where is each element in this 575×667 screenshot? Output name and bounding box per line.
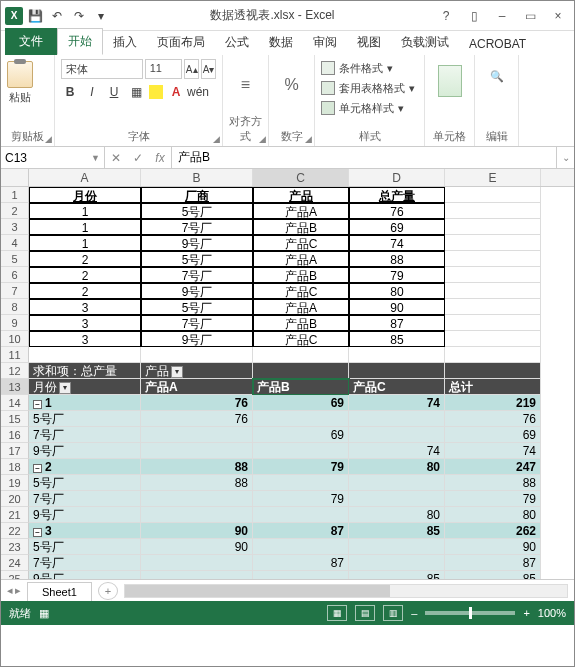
scrollbar-thumb[interactable]	[125, 585, 390, 597]
horizontal-scrollbar[interactable]	[124, 584, 568, 598]
row-header[interactable]: 15	[1, 411, 29, 427]
col-header-C[interactable]: C	[253, 169, 349, 186]
cell[interactable]	[445, 283, 541, 299]
cell[interactable]	[141, 507, 253, 523]
row-header[interactable]: 24	[1, 555, 29, 571]
cell[interactable]	[253, 539, 349, 555]
page-break-view-button[interactable]: ▥	[383, 605, 403, 621]
cell[interactable]: 产品A	[253, 299, 349, 315]
cell[interactable]	[349, 491, 445, 507]
cell[interactable]: 产品C	[253, 235, 349, 251]
bold-button[interactable]: B	[61, 83, 79, 101]
row-header[interactable]: 8	[1, 299, 29, 315]
redo-button[interactable]: ↷	[69, 6, 89, 26]
cell[interactable]: 7号厂	[29, 491, 141, 507]
cell[interactable]: 产品B	[253, 219, 349, 235]
cell[interactable]: 79	[349, 267, 445, 283]
help-button[interactable]: ?	[434, 5, 458, 27]
cell[interactable]: 74	[445, 443, 541, 459]
cell[interactable]: 9号厂	[29, 443, 141, 459]
cell[interactable]: 90	[141, 539, 253, 555]
cell[interactable]: 产品A	[253, 251, 349, 267]
cell[interactable]: 厂商	[141, 187, 253, 203]
cell[interactable]: 80	[445, 507, 541, 523]
cell[interactable]: 76	[141, 411, 253, 427]
cell[interactable]	[141, 555, 253, 571]
cell[interactable]	[253, 475, 349, 491]
cell[interactable]: −3	[29, 523, 141, 539]
cell[interactable]	[445, 315, 541, 331]
conditional-format-button[interactable]: 条件格式 ▾	[321, 59, 418, 77]
tab-file[interactable]: 文件	[5, 28, 57, 55]
font-dialog-icon[interactable]: ◢	[213, 134, 220, 144]
table-format-button[interactable]: 套用表格格式 ▾	[321, 79, 418, 97]
cell[interactable]	[445, 235, 541, 251]
row-header[interactable]: 12	[1, 363, 29, 379]
zoom-thumb[interactable]	[469, 607, 472, 619]
cell[interactable]: 5号厂	[29, 539, 141, 555]
col-header-B[interactable]: B	[141, 169, 253, 186]
worksheet-grid[interactable]: A B C D E 1月份厂商产品总产量215号厂产品A76317号厂产品B69…	[1, 169, 574, 579]
cell[interactable]: 80	[349, 507, 445, 523]
sheet-nav[interactable]: ◂▸	[1, 584, 27, 597]
cell[interactable]: 产品B	[253, 267, 349, 283]
cancel-formula-button[interactable]: ✕	[105, 151, 127, 165]
ribbon-opts-button[interactable]: ▯	[462, 5, 486, 27]
phonetic-button[interactable]: wén	[189, 83, 207, 101]
cell[interactable]: 74	[349, 235, 445, 251]
tab-data[interactable]: 数据	[259, 30, 303, 55]
cell[interactable]	[253, 363, 349, 379]
row-header[interactable]: 3	[1, 219, 29, 235]
cell[interactable]	[445, 251, 541, 267]
cell[interactable]: 产品	[253, 187, 349, 203]
minimize-button[interactable]: –	[490, 5, 514, 27]
cell[interactable]: 产品▾	[141, 363, 253, 379]
tab-layout[interactable]: 页面布局	[147, 30, 215, 55]
tab-review[interactable]: 审阅	[303, 30, 347, 55]
cell[interactable]: 产品C	[349, 379, 445, 395]
normal-view-button[interactable]: ▦	[327, 605, 347, 621]
col-header-E[interactable]: E	[445, 169, 541, 186]
fx-button[interactable]: fx	[149, 151, 171, 165]
cell[interactable]: 90	[349, 299, 445, 315]
sheet-tab[interactable]: Sheet1	[27, 582, 92, 601]
cell[interactable]	[349, 475, 445, 491]
zoom-out-button[interactable]: –	[411, 607, 417, 619]
col-header-D[interactable]: D	[349, 169, 445, 186]
cell[interactable]	[349, 363, 445, 379]
row-header[interactable]: 10	[1, 331, 29, 347]
row-header[interactable]: 13	[1, 379, 29, 395]
underline-button[interactable]: U	[105, 83, 123, 101]
cell[interactable]: 76	[349, 203, 445, 219]
tab-home[interactable]: 开始	[57, 28, 103, 55]
cell[interactable]: 76	[445, 411, 541, 427]
zoom-in-button[interactable]: +	[523, 607, 529, 619]
cell[interactable]	[445, 347, 541, 363]
cell[interactable]: 69	[253, 395, 349, 411]
cell[interactable]: 产品B	[253, 379, 349, 395]
font-name-select[interactable]: 宋体	[61, 59, 143, 79]
cell[interactable]: 9号厂	[141, 283, 253, 299]
cell[interactable]: 产品C	[253, 331, 349, 347]
tab-loadtest[interactable]: 负载测试	[391, 30, 459, 55]
cell[interactable]	[445, 187, 541, 203]
cell[interactable]: 求和项：总产量	[29, 363, 141, 379]
tab-acrobat[interactable]: ACROBAT	[459, 33, 536, 55]
cell[interactable]: 3	[29, 331, 141, 347]
cell[interactable]: 74	[349, 395, 445, 411]
row-header[interactable]: 18	[1, 459, 29, 475]
cell[interactable]: 9号厂	[141, 235, 253, 251]
cell-style-button[interactable]: 单元格样式 ▾	[321, 99, 418, 117]
cell[interactable]: 87	[253, 555, 349, 571]
cell[interactable]	[141, 571, 253, 579]
cell[interactable]: 74	[349, 443, 445, 459]
cell[interactable]	[29, 347, 141, 363]
number-dialog-icon[interactable]: ◢	[305, 134, 312, 144]
cell[interactable]	[141, 491, 253, 507]
cell[interactable]: 87	[253, 523, 349, 539]
qat-dropdown[interactable]: ▾	[91, 6, 111, 26]
cell[interactable]: 月份	[29, 187, 141, 203]
cell[interactable]: 1	[29, 203, 141, 219]
expand-formula-button[interactable]: ⌄	[556, 147, 574, 168]
cell[interactable]: 79	[445, 491, 541, 507]
